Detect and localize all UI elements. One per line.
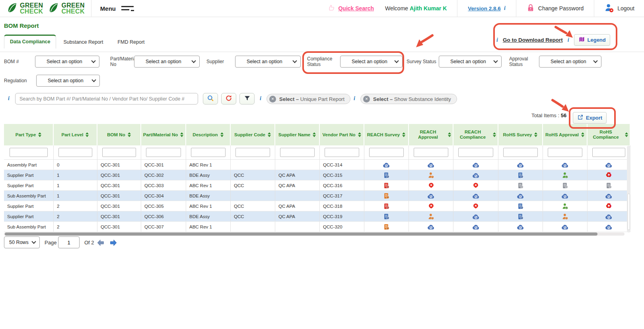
cloud-na-icon[interactable] [472, 172, 480, 178]
sort-icon[interactable] [220, 132, 224, 137]
cloud-na-icon[interactable] [472, 213, 480, 220]
column-header[interactable]: Part/Material No [141, 124, 186, 145]
sort-icon[interactable] [402, 132, 405, 137]
vertical-scrollbar[interactable] [627, 146, 630, 232]
cloud-na-icon[interactable] [605, 192, 613, 199]
cloud-na-icon[interactable] [427, 223, 435, 230]
tab-data-compliance[interactable]: Data Compliance [4, 35, 56, 48]
info-icon[interactable]: i [260, 96, 261, 101]
cloud-na-icon[interactable] [605, 161, 613, 168]
column-filter-input[interactable] [325, 148, 359, 157]
close-icon[interactable]: ✕ [363, 96, 370, 103]
table-row[interactable]: Supplier Part2QCC-301QCC-306BDE AssyQCCQ… [4, 211, 630, 222]
column-filter-input[interactable] [414, 148, 448, 157]
tab-substance-report[interactable]: Substance Report [56, 36, 110, 48]
hamburger-menu-icon[interactable] [121, 6, 134, 11]
column-filter-input[interactable] [280, 148, 315, 157]
column-header[interactable]: Vendor Part No [320, 124, 364, 145]
column-filter-input[interactable] [235, 148, 270, 157]
info-icon[interactable]: i [496, 37, 498, 43]
table-row[interactable]: Sub Assembly Part2QCC-301QCC-307ABC Rev … [4, 222, 630, 232]
version-link[interactable]: Version 2.8.6 [468, 6, 501, 12]
person-pending-icon[interactable] [428, 172, 435, 179]
logout-button[interactable]: Logout [594, 0, 644, 17]
person-pending-icon[interactable] [562, 213, 569, 220]
table-row[interactable]: Sub Assembly Part1QCC-301QCC-304BDE Assy… [4, 191, 630, 201]
approval-status-select[interactable]: Select an option [539, 56, 601, 68]
cloud-na-icon[interactable] [561, 192, 569, 199]
sort-icon[interactable] [313, 132, 316, 137]
column-header[interactable]: RoHS Survey [498, 124, 543, 145]
part-material-select[interactable]: Select an option [134, 56, 200, 68]
cloud-na-icon[interactable] [472, 192, 480, 199]
status-rejected-icon[interactable] [472, 203, 479, 209]
previous-page-arrow-icon[interactable] [96, 238, 105, 249]
doc-rejected-icon[interactable] [383, 203, 390, 210]
info-icon[interactable]: i [354, 96, 355, 101]
sort-icon[interactable] [581, 132, 584, 137]
search-input[interactable] [15, 93, 198, 105]
cloud-na-icon[interactable] [605, 213, 613, 220]
doc-na-icon[interactable] [605, 182, 612, 189]
doc-na-icon[interactable] [562, 182, 568, 189]
horizontal-scrollbar[interactable] [4, 232, 625, 236]
search-button[interactable] [203, 93, 218, 105]
doc-received-icon[interactable] [517, 172, 524, 179]
column-header[interactable]: BOM No [97, 124, 141, 145]
cloud-na-icon[interactable] [427, 161, 435, 168]
column-filter-input[interactable] [102, 148, 136, 157]
bom-select[interactable]: Select an option [35, 56, 99, 68]
person-approved-icon[interactable] [562, 172, 569, 179]
column-header[interactable]: RoHS Approval [543, 124, 588, 145]
table-row[interactable]: Supplier Part1QCC-301QCC-303ABC Rev 1QCC… [4, 180, 630, 191]
cloud-na-icon[interactable] [561, 161, 569, 168]
go-to-download-report-link[interactable]: Go to Download Report [503, 37, 563, 43]
column-filter-input[interactable] [146, 148, 181, 157]
filter-button[interactable] [239, 93, 255, 105]
info-icon[interactable]: i [8, 96, 10, 101]
regulation-select[interactable]: Select an option [36, 75, 100, 87]
cloud-na-icon[interactable] [472, 161, 480, 168]
cloud-na-icon[interactable] [517, 192, 524, 199]
sort-icon[interactable] [38, 132, 41, 137]
info-icon[interactable]: i [504, 6, 506, 11]
supplier-select[interactable]: Select an option [235, 56, 301, 68]
cloud-na-icon[interactable] [517, 223, 524, 230]
export-button[interactable]: Export [573, 112, 607, 124]
cloud-na-icon[interactable] [472, 223, 480, 230]
doc-received-icon[interactable] [383, 172, 390, 179]
compliance-status-select[interactable]: Select an option [340, 56, 403, 68]
table-row[interactable]: Supplier Part2QCC-301QCC-305ABC Rev 1QCC… [4, 201, 630, 211]
status-rejected-icon[interactable] [428, 203, 435, 209]
sort-icon[interactable] [268, 132, 271, 137]
next-page-arrow-icon[interactable] [109, 238, 118, 249]
sort-icon[interactable] [128, 132, 131, 137]
table-row[interactable]: Assembly Part0QCC-301QCC-301ABC Rev 1QCC… [4, 160, 630, 170]
sort-icon[interactable] [448, 132, 451, 137]
cloud-na-icon[interactable] [605, 223, 613, 230]
column-filter-input[interactable] [10, 148, 48, 157]
close-icon[interactable]: ✕ [269, 96, 276, 103]
doc-received-icon[interactable] [517, 203, 524, 210]
unique-part-report-pill[interactable]: ✕ Select – Unique Part Report [267, 94, 350, 104]
column-filter-input[interactable] [191, 148, 226, 157]
column-filter-input[interactable] [592, 148, 625, 157]
sort-icon[interactable] [534, 132, 537, 137]
column-header[interactable]: Supplier Name [275, 124, 320, 145]
survey-status-select[interactable]: Select an option [439, 56, 502, 68]
cloud-na-icon[interactable] [383, 161, 390, 168]
person-pending-icon[interactable] [428, 213, 435, 220]
column-header[interactable]: REACH Approval [409, 124, 453, 145]
rows-per-page-select[interactable]: 50 Rows [4, 236, 40, 248]
column-header[interactable]: Supplier Code [231, 124, 275, 145]
column-header[interactable]: REACH Survey [364, 124, 409, 145]
status-rejected-icon[interactable] [428, 182, 435, 189]
info-icon[interactable]: i [568, 37, 569, 43]
sort-icon[interactable] [358, 132, 361, 137]
person-approved-icon[interactable] [562, 203, 569, 210]
column-filter-input[interactable] [548, 148, 582, 157]
legend-button[interactable]: Legend [574, 34, 610, 46]
column-filter-input[interactable] [503, 148, 538, 157]
recycle-noncompliant-icon[interactable]: ♻ [606, 172, 612, 178]
column-header[interactable]: REACH Compliance [453, 124, 498, 145]
